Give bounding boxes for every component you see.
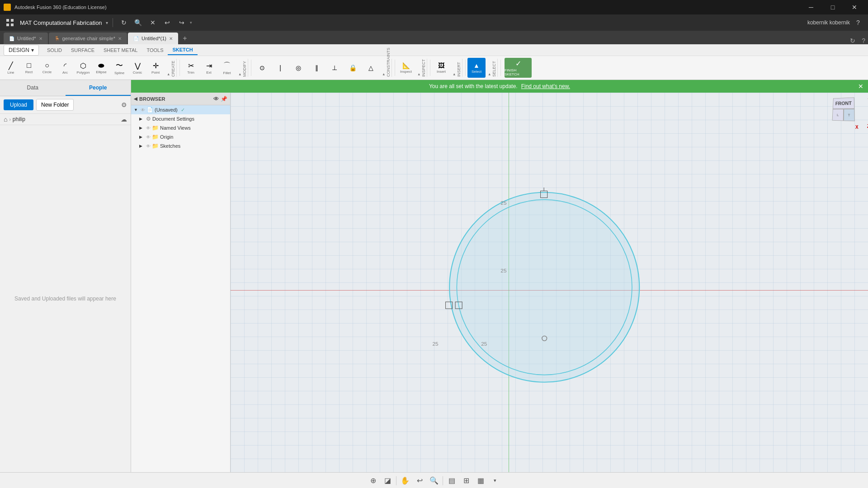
tab-untitled2[interactable]: 📄 Untitled*(1) ✕ xyxy=(128,33,178,44)
finish-sketch-toolbar-btn[interactable]: ✓ FINISH SKETCH xyxy=(505,58,532,78)
grid-icon[interactable] xyxy=(4,16,16,29)
browser-header: ◀ BROWSER 👁 📌 xyxy=(131,93,230,105)
tab-close-untitled2[interactable]: ✕ xyxy=(169,36,173,41)
tool-select[interactable]: ▲ Select xyxy=(467,58,486,78)
tool-insert[interactable]: 🖼 Insert xyxy=(432,58,450,78)
bottom-zoom-icon[interactable]: 🔍 xyxy=(428,475,440,487)
tab-close-untitled1[interactable]: ✕ xyxy=(39,36,42,41)
bottom-view-icon[interactable]: ▤ xyxy=(446,475,458,487)
tool-parallel[interactable]: ∥ xyxy=(307,58,326,78)
main-area: Data People Upload New Folder ⚙ ⌂ › phil… xyxy=(0,80,868,472)
bottom-more-icon[interactable]: ▾ xyxy=(489,475,501,487)
design-label: DESIGN xyxy=(9,47,29,53)
tool-trim[interactable]: ✂ Trim xyxy=(182,58,200,78)
bottom-grid-icon[interactable]: ⊞ xyxy=(460,475,472,487)
canvas-container: You are all set with the latest update. … xyxy=(131,80,868,472)
refresh-icon[interactable]: ↻ xyxy=(118,16,130,29)
browser-pin-icon[interactable]: 📌 xyxy=(221,96,227,102)
tree-item-origin[interactable]: ▶ 👁 📁 Origin xyxy=(131,132,230,141)
tab-close-generative[interactable]: ✕ xyxy=(118,36,122,41)
tree-item-unsaved[interactable]: ▼ 👁 📄 (Unsaved) ✓ xyxy=(131,105,230,114)
bottom-pan-icon[interactable]: ✋ xyxy=(399,475,411,487)
toolbar-tab-surface[interactable]: SURFACE xyxy=(66,46,99,55)
bottom-sep-2 xyxy=(443,476,443,485)
help-icon[interactable]: ? xyxy=(852,16,864,29)
left-tab-data[interactable]: Data xyxy=(0,80,66,96)
tool-lock[interactable]: 🔒 xyxy=(344,58,362,78)
browser-collapse-icon[interactable]: ◀ xyxy=(134,96,137,101)
tab-generative[interactable]: 🪑 generative chair simple* ✕ xyxy=(49,33,127,44)
browser-eye-icon[interactable]: 👁 xyxy=(213,96,219,102)
redo-icon[interactable]: ↪ xyxy=(175,16,188,29)
tree-arrow-named: ▶ xyxy=(139,126,145,130)
bottom-orbit-icon[interactable]: ↩ xyxy=(414,475,425,487)
browser-tree: ▼ 👁 📄 (Unsaved) ✓ ▶ ⚙ Document Settings xyxy=(131,105,230,150)
undo-dropdown-arrow[interactable]: ▾ xyxy=(190,20,192,25)
tool-inspect[interactable]: 📐 Inspect xyxy=(397,58,415,78)
tool-perpendicular[interactable]: ⊥ xyxy=(326,58,344,78)
search-icon[interactable]: 🔍 xyxy=(132,16,145,29)
tree-eye-origin[interactable]: 👁 xyxy=(146,135,151,140)
notification-link[interactable]: Find out what's new. xyxy=(521,83,570,89)
new-folder-button[interactable]: New Folder xyxy=(36,99,74,111)
tree-label-unsaved: (Unsaved) xyxy=(155,107,178,113)
tool-concentric[interactable]: ◎ xyxy=(289,58,307,78)
breadcrumb-home-icon[interactable]: ⌂ xyxy=(4,116,7,123)
tab-untitled1[interactable]: 📄 Untitled* ✕ xyxy=(4,33,48,44)
tool-circle[interactable]: ○ Circle xyxy=(38,58,56,78)
design-dropdown-arrow: ▾ xyxy=(31,47,34,53)
bottom-cursor-icon[interactable]: ⊕ xyxy=(367,475,379,487)
panel-settings-icon[interactable]: ⚙ xyxy=(121,101,127,108)
app-dropdown-arrow[interactable]: ▾ xyxy=(106,20,108,25)
bottom-display-mode-icon[interactable]: ▦ xyxy=(475,475,486,487)
tab-help-icon[interactable]: ? xyxy=(859,37,868,44)
design-dropdown[interactable]: DESIGN ▾ xyxy=(4,45,39,56)
tool-rectangle[interactable]: □ Rect xyxy=(20,58,38,78)
close-button[interactable]: ✕ xyxy=(844,0,864,14)
add-tab-button[interactable]: + xyxy=(179,33,191,44)
bottom-display-icon[interactable]: ◪ xyxy=(382,475,393,487)
tool-extend[interactable]: ⇥ Ext xyxy=(200,58,218,78)
tool-coincident[interactable]: ⊙ xyxy=(253,58,271,78)
tool-polygon[interactable]: ⬡ Polygon xyxy=(74,58,92,78)
view-cube[interactable]: FRONT L T Y Z X xyxy=(832,97,863,129)
tree-item-named-views[interactable]: ▶ 👁 📁 Named Views xyxy=(131,123,230,132)
menu-separator xyxy=(113,18,113,27)
tool-equal[interactable]: △ xyxy=(362,58,380,78)
toolbar-tab-sketch[interactable]: SKETCH xyxy=(168,45,197,55)
tree-icon-unsaved: 📄 xyxy=(146,107,153,113)
tool-conic[interactable]: ⋁ Conic xyxy=(128,58,146,78)
tool-spline[interactable]: 〜 Spline xyxy=(110,58,128,78)
breadcrumb-name[interactable]: philip xyxy=(13,116,25,122)
tab-refresh-icon[interactable]: ↻ xyxy=(847,37,858,44)
toolbar-tab-tools[interactable]: TOOLS xyxy=(142,46,168,55)
vertical-axis xyxy=(509,93,509,472)
left-tab-people[interactable]: People xyxy=(66,80,131,96)
tool-fillet[interactable]: ⌒ Fillet xyxy=(218,58,236,78)
upload-button[interactable]: Upload xyxy=(4,99,33,110)
toolbar-tab-solid[interactable]: SOLID xyxy=(42,46,66,55)
sketch-viewport[interactable]: 25 25 25 25 FRONT L T Y xyxy=(231,93,868,472)
breadcrumb-arrow: › xyxy=(9,117,10,122)
breadcrumb-cloud-icon[interactable]: ☁ xyxy=(121,116,127,123)
tree-label-sketches: Sketches xyxy=(160,143,180,149)
notification-close-icon[interactable]: ✕ xyxy=(858,83,863,90)
tree-item-doc-settings[interactable]: ▶ ⚙ Document Settings xyxy=(131,114,230,123)
tool-collinear[interactable]: | xyxy=(271,58,289,78)
minimize-button[interactable]: ─ xyxy=(801,0,821,14)
tool-point[interactable]: ✛ Point xyxy=(146,58,165,78)
select-label: SELECT ▾ xyxy=(486,59,498,77)
toolbar-tab-sheet-metal[interactable]: SHEET METAL xyxy=(99,46,142,55)
close-workspace-icon[interactable]: ✕ xyxy=(146,16,159,29)
tree-eye-named[interactable]: 👁 xyxy=(146,126,151,131)
tool-ellipse[interactable]: ⬬ Ellipse xyxy=(92,58,110,78)
tool-line[interactable]: ╱ Line xyxy=(2,58,20,78)
undo-icon[interactable]: ↩ xyxy=(161,16,174,29)
tree-eye-sketches[interactable]: 👁 xyxy=(146,144,151,149)
separator-2 xyxy=(251,60,251,76)
tree-eye-unsaved[interactable]: 👁 xyxy=(141,108,145,113)
maximize-button[interactable]: □ xyxy=(823,0,843,14)
tool-arc[interactable]: ◜ Arc xyxy=(56,58,74,78)
separator-5 xyxy=(465,60,466,76)
tree-item-sketches[interactable]: ▶ 👁 📁 Sketches xyxy=(131,141,230,150)
